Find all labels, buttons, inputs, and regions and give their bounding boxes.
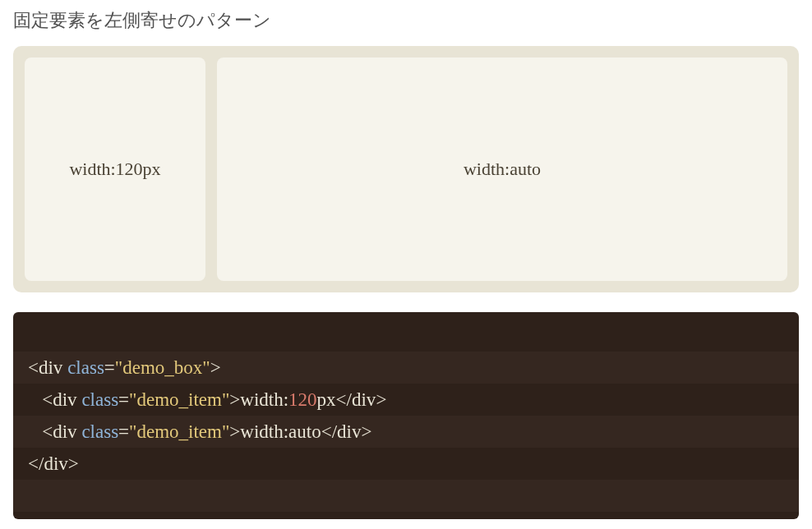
code-token: class xyxy=(81,389,118,410)
code-token: > xyxy=(361,421,371,442)
code-line-2: <div class="demo_item">width:120px</div> xyxy=(28,384,784,416)
code-token: "demo_box" xyxy=(115,357,210,378)
code-token: "demo_item" xyxy=(129,421,229,442)
code-token: px xyxy=(317,389,336,410)
code-token xyxy=(28,389,42,410)
code-token: = xyxy=(118,389,129,410)
code-token xyxy=(28,421,42,442)
code-token: width: xyxy=(240,389,288,410)
code-token: < xyxy=(28,357,39,378)
code-token: = xyxy=(118,421,129,442)
code-token: width:auto xyxy=(240,421,321,442)
code-token: div xyxy=(53,421,76,442)
code-token: "demo_item" xyxy=(129,389,229,410)
code-token: </ xyxy=(28,453,44,474)
code-line-1: <div class="demo_box"> xyxy=(28,352,784,384)
code-token: div xyxy=(39,357,62,378)
code-token: < xyxy=(42,389,53,410)
code-token: class xyxy=(67,357,104,378)
demo-item-fixed: width:120px xyxy=(25,58,205,281)
code-token: div xyxy=(44,453,67,474)
code-token: class xyxy=(81,421,118,442)
code-token: </ xyxy=(336,389,352,410)
code-line-3: <div class="demo_item">width:auto</div> xyxy=(28,416,784,448)
code-token: </ xyxy=(321,421,337,442)
code-token: div xyxy=(337,421,361,442)
code-token: = xyxy=(104,357,115,378)
code-token: > xyxy=(229,421,240,442)
demo-item-auto: width:auto xyxy=(217,58,787,281)
section-heading: 固定要素を左側寄せのパターン xyxy=(0,0,812,46)
code-token: < xyxy=(42,421,53,442)
code-token: div xyxy=(352,389,376,410)
code-token: > xyxy=(210,357,221,378)
code-token: 120 xyxy=(288,389,317,410)
code-token: > xyxy=(68,453,79,474)
code-line-4: </div> xyxy=(28,448,784,480)
code-token: div xyxy=(53,389,76,410)
demo-box: width:120px width:auto xyxy=(13,46,799,292)
code-token: > xyxy=(229,389,240,410)
code-block: <div class="demo_box"> <div class="demo_… xyxy=(13,312,799,519)
code-token: > xyxy=(376,389,386,410)
